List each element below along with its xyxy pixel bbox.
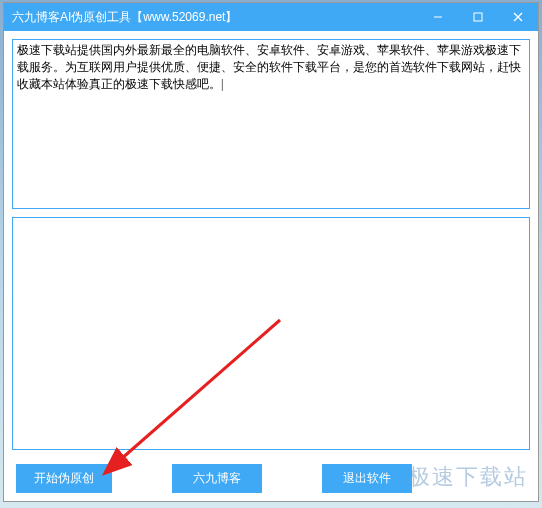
maximize-icon <box>473 12 483 22</box>
titlebar: 六九博客AI伪原创工具【www.52069.net】 <box>4 3 538 31</box>
button-bar: 开始伪原创 六九博客 退出软件 <box>4 458 538 501</box>
window-controls <box>418 3 538 31</box>
minimize-icon <box>433 12 443 22</box>
start-button[interactable]: 开始伪原创 <box>16 464 112 493</box>
svg-rect-1 <box>474 13 482 21</box>
output-textarea[interactable] <box>12 217 530 450</box>
input-textarea[interactable] <box>12 39 530 209</box>
minimize-button[interactable] <box>418 3 458 31</box>
close-icon <box>513 12 523 22</box>
exit-button[interactable]: 退出软件 <box>322 464 412 493</box>
content-area <box>4 31 538 458</box>
window-title: 六九博客AI伪原创工具【www.52069.net】 <box>12 9 237 26</box>
app-window: 六九博客AI伪原创工具【www.52069.net】 开始伪原创 六九博客 退出… <box>3 2 539 502</box>
close-button[interactable] <box>498 3 538 31</box>
blog-button[interactable]: 六九博客 <box>172 464 262 493</box>
maximize-button[interactable] <box>458 3 498 31</box>
